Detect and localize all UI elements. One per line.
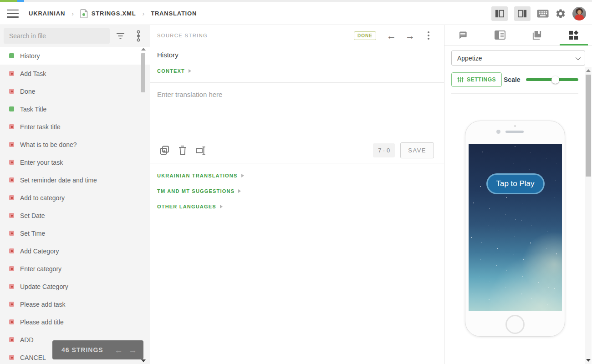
tab-glossary[interactable] [518, 25, 555, 45]
select-text-icon [195, 145, 206, 156]
string-list-item[interactable]: Add Category [0, 242, 150, 260]
toggle-left-panel-button[interactable] [491, 6, 508, 21]
pager-prev-button[interactable]: ← [114, 346, 123, 354]
star [473, 202, 474, 203]
scroll-down-icon[interactable] [586, 359, 591, 362]
string-status-icon [9, 195, 14, 200]
search-input[interactable] [4, 28, 110, 44]
string-list-item[interactable]: Enter category [0, 260, 150, 278]
collapsible-section[interactable]: UKRAINIAN TRANSLATIONS [150, 168, 444, 183]
breadcrumb-file-label: STRINGS.XML [92, 10, 136, 17]
tab-terms[interactable] [481, 25, 518, 45]
menu-icon[interactable] [7, 9, 19, 18]
collapsible-section[interactable]: OTHER LANGUAGES [150, 199, 444, 214]
string-list-item[interactable]: Update Category [0, 278, 150, 295]
context-toggle[interactable]: CONTEXT [150, 59, 444, 74]
collapsible-section[interactable]: TM AND MT SUGGESTIONS [150, 183, 444, 199]
toggle-right-panel-button[interactable] [514, 6, 531, 21]
string-list-item[interactable]: Add to category [0, 189, 150, 207]
star [513, 254, 514, 254]
file-icon [80, 9, 88, 18]
next-string-button[interactable]: → [405, 31, 415, 40]
star [546, 158, 547, 158]
string-list-item[interactable]: Task Title [0, 100, 150, 118]
user-avatar[interactable] [572, 7, 586, 20]
breadcrumb-language[interactable]: UKRAINIAN [29, 10, 65, 17]
source-string-label: SOURCE STRING [157, 33, 208, 38]
phone-home-button[interactable] [505, 315, 525, 334]
delete-translation-button[interactable] [178, 145, 187, 156]
filter-button[interactable] [112, 28, 128, 44]
string-list-item[interactable]: Set Date [0, 207, 150, 224]
sidebar-search-bar [0, 25, 150, 47]
panel-scrollbar[interactable] [585, 67, 592, 364]
star [531, 298, 532, 299]
section-label: TM AND MT SUGGESTIONS [157, 188, 235, 194]
string-label: Please add title [20, 318, 64, 326]
source-string-text: History [150, 46, 444, 59]
scrollbar-thumb[interactable] [586, 75, 591, 177]
star [556, 253, 557, 254]
star [522, 203, 522, 203]
string-list-item[interactable]: History [0, 47, 150, 65]
string-list-item[interactable]: Please add title [0, 313, 150, 331]
section-label: UKRAINIAN TRANSLATIONS [157, 173, 238, 178]
side-panel-tabs [444, 25, 592, 46]
settings-gear-button[interactable] [555, 8, 566, 19]
star [497, 248, 498, 249]
keyboard-shortcuts-button[interactable] [537, 10, 549, 18]
glossary-icon [531, 30, 542, 40]
star [498, 157, 498, 158]
device-select[interactable]: Appetize [451, 51, 585, 66]
context-label: CONTEXT [157, 68, 185, 74]
save-button[interactable]: SAVE [400, 142, 434, 158]
header-actions [491, 6, 592, 21]
scale-slider[interactable] [526, 76, 578, 83]
string-list-item[interactable]: Set Time [0, 224, 150, 242]
star [554, 288, 555, 289]
side-panel: Appetize SETTINGS Scale [444, 25, 592, 364]
tap-to-play-button[interactable]: Tap to Play [486, 173, 545, 194]
scroll-down-icon[interactable] [141, 359, 146, 362]
phone-sensor-dot [514, 125, 516, 127]
pager-next-button[interactable]: → [128, 346, 137, 354]
string-status-icon [9, 142, 14, 147]
sidebar-scrollbar[interactable] [141, 48, 146, 362]
string-list-item[interactable]: Enter task title [0, 118, 150, 136]
string-list-item[interactable]: Please add task [0, 295, 150, 313]
breadcrumb-file[interactable]: STRINGS.XML [80, 9, 136, 18]
scroll-up-icon[interactable] [141, 48, 146, 51]
star [480, 186, 481, 187]
breadcrumb-mode[interactable]: TRANSLATION [151, 10, 197, 17]
tab-comments[interactable] [444, 25, 481, 45]
select-text-button[interactable] [195, 145, 206, 156]
star [506, 270, 507, 271]
editor-toolbar: 7 · 0 SAVE [150, 137, 444, 163]
string-label: Add Category [20, 248, 59, 255]
star [556, 180, 556, 181]
string-status-icon [9, 266, 14, 271]
string-list-item[interactable]: What is to be done? [0, 136, 150, 153]
copy-source-button[interactable] [159, 145, 170, 156]
scrollbar-thumb[interactable] [141, 53, 145, 92]
translation-input[interactable]: Enter translation here [150, 83, 444, 137]
previous-string-button[interactable]: ← [387, 31, 396, 40]
more-options-icon[interactable] [427, 30, 430, 40]
string-list-item[interactable]: Done [0, 82, 150, 100]
workflow-steps-button[interactable] [131, 28, 146, 44]
star [523, 259, 524, 260]
settings-button[interactable]: SETTINGS [451, 72, 502, 87]
tab-apps[interactable] [555, 25, 592, 45]
string-list-item[interactable]: Set reminder date and time [0, 171, 150, 189]
star [481, 242, 482, 243]
string-status-icon [9, 284, 14, 289]
string-list-item[interactable]: Add Task [0, 65, 150, 82]
scale-slider-thumb[interactable] [551, 76, 559, 84]
chevron-down-icon [576, 55, 581, 60]
scroll-up-icon[interactable] [586, 69, 591, 72]
star [489, 208, 490, 209]
star [515, 219, 515, 220]
star [472, 147, 472, 147]
star [538, 209, 538, 209]
string-list-item[interactable]: Enter your task [0, 153, 150, 171]
